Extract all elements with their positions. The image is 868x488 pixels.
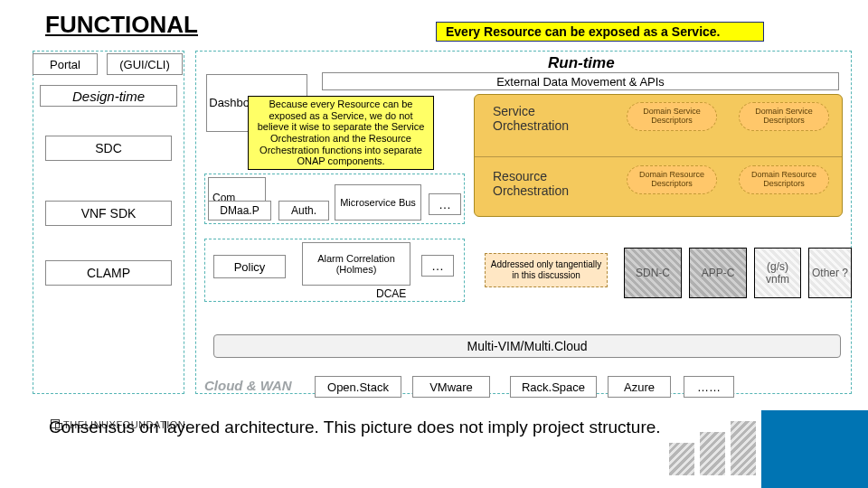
footer-accent [761,410,868,488]
dcae-ellipsis: … [421,255,454,277]
res-descriptor-chip-2: Domain Resource Descriptors [739,165,829,194]
resource-orch-label: Resource Orchestration [484,164,601,203]
svc-descriptor-chip-1: Domain Service Descriptors [627,102,717,131]
sdnc-box: SDN-C [624,248,682,298]
orchestration-block: Service Orchestration Resource Orchestra… [474,94,843,217]
tangential-note: Addressed only tangentially in this disc… [485,253,608,287]
dmaap-box: DMaa.P [208,201,271,221]
design-time-label: Design-time [40,85,177,107]
msb-box: Micro​service Bus [335,184,421,221]
holmes-box: Alarm Correlation (Holmes) [302,242,410,286]
res-descriptor-chip-1: Domain Resource Descriptors [627,165,717,194]
guicli-box: (GUI/CLI) [107,53,183,75]
portal-box: Portal [33,53,98,75]
consensus-text: Consensus on layered architecture. This … [49,418,661,437]
commons-ellipsis: … [429,193,461,215]
ext-apis-bar: External Data Movement & APIs [322,72,839,90]
footer-hatch-3 [731,421,756,475]
clamp-box: CLAMP [45,260,172,286]
service-orch-label: Service Orchestration [484,99,601,138]
headline: FUNCTIONAL [45,11,198,39]
vnfm-box: (g/s) vnfm [754,248,801,298]
dcae-label: DCAE [376,287,406,300]
sdc-box: SDC [45,136,172,161]
footer-hatch-1 [669,443,694,475]
other-box: Other ? [808,248,852,298]
appc-box: APP-C [689,248,747,298]
cloud-vmware: VMware [412,376,490,398]
vnfsdk-box: VNF SDK [45,201,172,226]
cloud-azure: Azure [608,376,671,398]
cloud-more: …… [684,376,734,398]
multivim-bar: Multi-VIM/Multi.Cloud [213,334,841,358]
cloud-openstack: Open.Stack [315,376,401,398]
callout-note: Because every Resource can be exposed as… [248,96,434,170]
policy-box: Policy [213,255,286,278]
svc-descriptor-chip-2: Domain Service Descriptors [739,102,829,131]
cloud-rackspace: Rack.Space [510,376,597,398]
service-banner: Every Resource can be exposed as a Servi… [436,22,764,42]
cloud-wan-tag: Cloud & WAN [204,378,292,393]
footer-hatch-2 [700,432,725,475]
auth-box: Auth. [278,201,329,221]
